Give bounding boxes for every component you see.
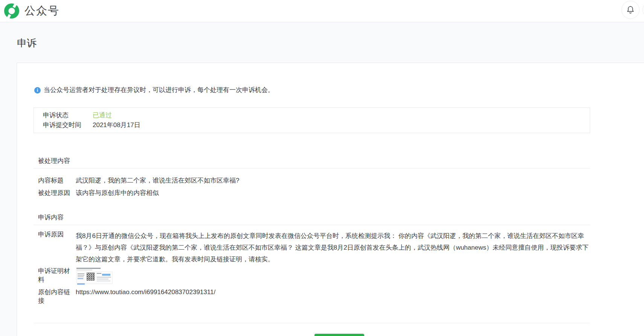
bell-icon <box>626 5 635 15</box>
content-title-row: 内容标题 武汉阳逻，我的第二个家，谁说生活在郊区不如市区幸福? <box>38 176 644 185</box>
brand-home-link[interactable]: 公众号 <box>4 3 60 19</box>
bottom-divider <box>34 323 590 323</box>
submit-time-row: 申诉提交时间 2021年08月17日 <box>43 120 581 130</box>
content-title-label: 内容标题 <box>38 176 76 185</box>
evidence-label: 申诉证明材料 <box>38 267 76 284</box>
back-to-home-button[interactable]: 返回首页 <box>314 334 364 336</box>
appeal-content-section-title: 申诉内容 <box>38 213 644 222</box>
account-avatar-partial[interactable] <box>642 1 644 19</box>
section-divider <box>34 168 590 169</box>
content-title-value: 武汉阳逻，我的第二个家，谁说生活在郊区不如市区幸福? <box>76 176 590 185</box>
appeal-card: i 当公众号运营者对于处理存在异议时，可以进行申诉，每个处理有一次申诉机会。 申… <box>17 63 644 336</box>
top-header: 公众号 <box>0 0 644 22</box>
section-divider <box>34 225 590 225</box>
appeal-reason-value: 我8月6日开通的微信公众号，现在箱将我头上上发布的原创文章同时发表在微信公众号平… <box>76 230 590 265</box>
submit-time-value: 2021年08月17日 <box>93 120 140 130</box>
wechat-official-accounts-logo-icon <box>4 3 20 19</box>
evidence-row: 申诉证明材料 <box>38 267 644 284</box>
notification-bell-button[interactable] <box>621 1 639 19</box>
status-value-badge: 已通过 <box>93 110 112 120</box>
page-title: 申诉 <box>0 22 644 50</box>
processed-reason-row: 被处理原因 该内容与原创库中的内容相似 <box>38 189 644 197</box>
notice-text: 当公众号运营者对于处理存在异议时，可以进行申诉，每个处理有一次申诉机会。 <box>44 86 274 95</box>
processed-reason-value: 该内容与原创库中的内容相似 <box>76 189 590 197</box>
brand-title: 公众号 <box>24 3 60 18</box>
submit-time-label: 申诉提交时间 <box>43 120 93 130</box>
appeal-reason-label: 申诉原因 <box>38 230 76 265</box>
processed-content-section-title: 被处理内容 <box>38 156 644 166</box>
original-link-value[interactable]: https://www.toutiao.com/i699164208370239… <box>76 288 590 305</box>
original-link-label: 原创内容链接 <box>38 288 76 305</box>
processed-reason-label: 被处理原因 <box>38 189 76 197</box>
appeal-notice: i 当公众号运营者对于处理存在异议时，可以进行申诉，每个处理有一次申诉机会。 <box>34 86 644 95</box>
appeal-reason-row: 申诉原因 我8月6日开通的微信公众号，现在箱将我头上上发布的原创文章同时发表在微… <box>38 230 644 265</box>
status-label: 申诉状态 <box>43 110 93 120</box>
appeal-status-box: 申诉状态 已通过 申诉提交时间 2021年08月17日 <box>34 107 590 133</box>
original-link-row: 原创内容链接 https://www.toutiao.com/i69916420… <box>38 288 644 305</box>
info-icon: i <box>34 87 41 94</box>
status-row: 申诉状态 已通过 <box>43 110 581 120</box>
